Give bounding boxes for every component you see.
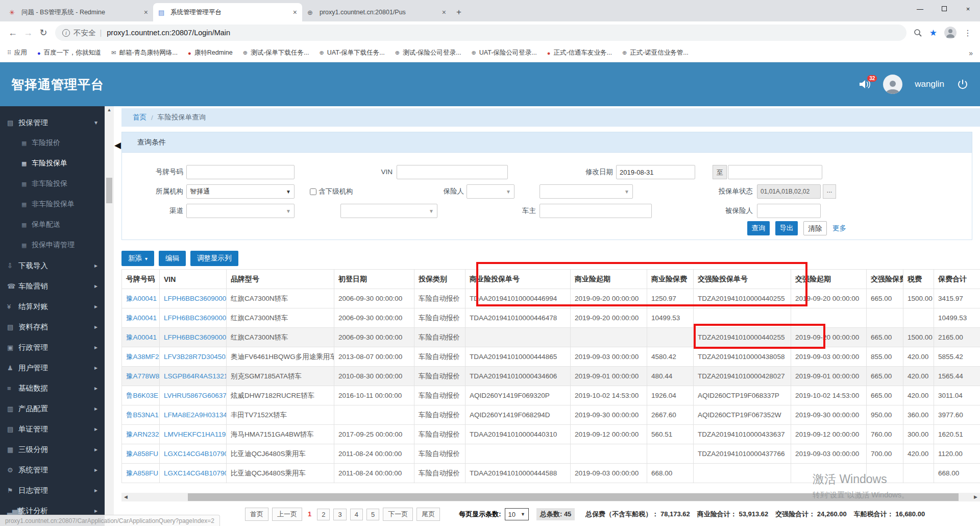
sidebar-scrollbar[interactable]: ▲ (105, 106, 114, 526)
browser-tab[interactable]: ▤系统管理管理平台× (153, 3, 302, 21)
scroll-right-icon[interactable]: ▶ (971, 493, 980, 501)
bookmark-star-icon[interactable]: ★ (929, 28, 937, 38)
close-button[interactable]: × (956, 0, 980, 17)
plate-link[interactable]: 豫A38MF2 (126, 353, 159, 361)
plate-link[interactable]: 鲁B6K03E (126, 392, 158, 399)
sidebar-item-非车险投保[interactable]: ▦非车险投保 (0, 174, 105, 194)
sidebar-group-基础数据[interactable]: ≡基础数据▸ (0, 378, 105, 398)
more-link[interactable]: 更多 (832, 221, 846, 235)
vin-link[interactable]: LFPH6BBC360900095 (164, 295, 227, 302)
breadcrumb-home-link[interactable]: 首页 (133, 113, 146, 122)
plate-link[interactable]: 豫A778W8 (126, 372, 159, 380)
minimize-button[interactable]: — (908, 0, 932, 17)
vin-link[interactable]: LSGPB64R4AS132158 (164, 372, 227, 380)
tab-close-icon[interactable]: × (144, 8, 148, 16)
status-input[interactable]: 01,01A,01B,02,02 (757, 184, 821, 199)
bookmark-item[interactable]: ⠿应用 (7, 49, 27, 57)
scroll-left-icon[interactable]: ◀ (121, 493, 130, 501)
plate-link[interactable]: 豫A00041 (126, 333, 157, 341)
sidebar-group-车险营销[interactable]: ☎车险营销▸ (0, 276, 105, 296)
per-page-select[interactable]: 10 ▼ (505, 508, 529, 520)
status-picker-button[interactable]: ... (823, 184, 836, 199)
modify-date-to-input[interactable] (728, 165, 822, 179)
menu-dots-icon[interactable]: ⋮ (964, 28, 972, 38)
maximize-button[interactable] (932, 0, 956, 17)
tab-close-icon[interactable]: × (442, 8, 446, 16)
plate-link[interactable]: 豫A00041 (126, 314, 157, 322)
sidebar-item-投保申请管理[interactable]: ▦投保申请管理 (0, 235, 105, 255)
insurer-select-1[interactable]: ▼ (467, 184, 514, 199)
horizontal-scrollbar-thumb[interactable] (188, 493, 959, 501)
tab-close-icon[interactable]: × (293, 8, 297, 16)
horizontal-scrollbar[interactable]: ◀ ▶ (121, 493, 980, 501)
sidebar-item-非车险投保单[interactable]: ▦非车险投保单 (0, 194, 105, 214)
sidebar-group-日志管理[interactable]: ⚑日志管理▸ (0, 480, 105, 500)
sidebar-group-投保管理[interactable]: ▤投保管理▾ (0, 112, 105, 133)
org-select[interactable]: 智择通 ▼ (186, 184, 295, 199)
sidebar-group-系统管理[interactable]: ⚙系统管理▸ (0, 460, 105, 480)
vin-input[interactable] (397, 165, 508, 179)
bookmark-item[interactable]: ●康特Redmine (188, 49, 233, 57)
channel-select-2[interactable]: ▼ (340, 204, 437, 218)
page-button-3[interactable]: 3 (333, 509, 346, 520)
vin-link[interactable]: LVHRU5867G6063789 (164, 392, 227, 399)
zoom-icon[interactable] (914, 29, 922, 37)
bookmark-item[interactable]: ✉邮箱-青岛康特网络... (111, 49, 178, 57)
bookmark-item[interactable]: ⊕UAT-保单下载任务... (320, 49, 385, 57)
modify-date-from-input[interactable] (616, 165, 695, 179)
plate-link[interactable]: 豫A858FU (126, 469, 158, 477)
insurer-select-2[interactable]: ▼ (540, 184, 633, 199)
include-sub-checkbox[interactable] (310, 188, 316, 195)
first-page-button[interactable]: 首页 (245, 508, 268, 521)
browser-tab[interactable]: ⊕proxy1.countnet.cn:20801/Pus× (302, 3, 451, 21)
bookmark-item[interactable]: ●正式-信通车友业务... (547, 49, 612, 57)
owner-input[interactable] (540, 204, 652, 218)
plate-link[interactable]: 鲁B53NA1 (126, 411, 159, 419)
scrollbar-thumb[interactable] (106, 178, 112, 203)
edit-button[interactable]: 编辑 (159, 251, 186, 266)
last-page-button[interactable]: 尾页 (416, 508, 440, 521)
page-button-5[interactable]: 5 (366, 509, 379, 520)
channel-select-1[interactable]: ▼ (186, 204, 295, 218)
page-button-1[interactable]: 1 (306, 509, 313, 520)
vin-link[interactable]: LFMA8E2A9H0313427 (164, 411, 227, 419)
new-tab-button[interactable]: + (456, 7, 461, 17)
bookmark-item[interactable]: ●百度一下，你就知道 (37, 49, 101, 57)
vin-link[interactable]: LFPH6BBC360900095 (164, 314, 227, 322)
adjust-columns-button[interactable]: 调整显示列 (190, 251, 238, 266)
sidebar-group-下载导入[interactable]: ⇩下载导入▸ (0, 255, 105, 276)
plate-link[interactable]: 豫ARN232 (126, 431, 159, 438)
sidebar-group-产品配置[interactable]: ▥产品配置▸ (0, 398, 105, 419)
insured-input[interactable] (757, 204, 821, 218)
info-icon[interactable]: i (62, 29, 70, 37)
sidebar-group-结算对账[interactable]: ¥结算对账▸ (0, 296, 105, 317)
browser-profile-avatar[interactable] (944, 27, 957, 39)
sidebar-group-行政管理[interactable]: ▣行政管理▸ (0, 337, 105, 357)
next-page-button[interactable]: 下一页 (383, 508, 413, 521)
browser-tab[interactable]: ✳问题 - BS管理系统 - Redmine× (4, 3, 153, 21)
sidebar-item-车险投保单[interactable]: ▦车险投保单 (0, 153, 105, 174)
notification-speaker[interactable]: 32 (859, 79, 871, 90)
sidebar-group-用户管理[interactable]: ♟用户管理▸ (0, 357, 105, 378)
page-button-4[interactable]: 4 (350, 509, 363, 520)
vin-link[interactable]: LGXC14CG4B1079022 (164, 469, 227, 477)
sidebar-group-资料存档[interactable]: ▤资料存档▸ (0, 317, 105, 337)
bookmark-item[interactable]: ⊕测试-保单下载任务... (243, 49, 309, 57)
vin-link[interactable]: LFPH6BBC360900095 (164, 333, 227, 341)
scroll-up-icon[interactable]: ▲ (105, 107, 114, 112)
page-button-2[interactable]: 2 (317, 509, 330, 520)
search-button[interactable]: 查询 (747, 221, 770, 235)
forward-button[interactable]: → (20, 28, 36, 38)
address-bar[interactable]: i 不安全 | proxy1.countnet.cn:20807/Login/M… (55, 25, 906, 41)
vin-link[interactable]: LMVHEKFC1HA119878 (164, 431, 227, 438)
prev-page-button[interactable]: 上一页 (272, 508, 302, 521)
add-button[interactable]: 新添▾ (121, 251, 154, 266)
export-button[interactable]: 导出 (775, 221, 798, 235)
bookmark-item[interactable]: ⊕测试-保险公司登录... (395, 49, 461, 57)
sidebar-group-单证管理[interactable]: ▤单证管理▸ (0, 419, 105, 439)
vin-link[interactable]: LGXC14CG4B1079022 (164, 450, 227, 458)
plate-link[interactable]: 豫A858FU (126, 450, 158, 458)
bookmarks-overflow-icon[interactable]: » (969, 49, 973, 57)
bookmark-item[interactable]: ⊕正式-诺亚信业务管... (622, 49, 689, 57)
vin-link[interactable]: LFV3B28R7D3045035 (164, 353, 227, 361)
